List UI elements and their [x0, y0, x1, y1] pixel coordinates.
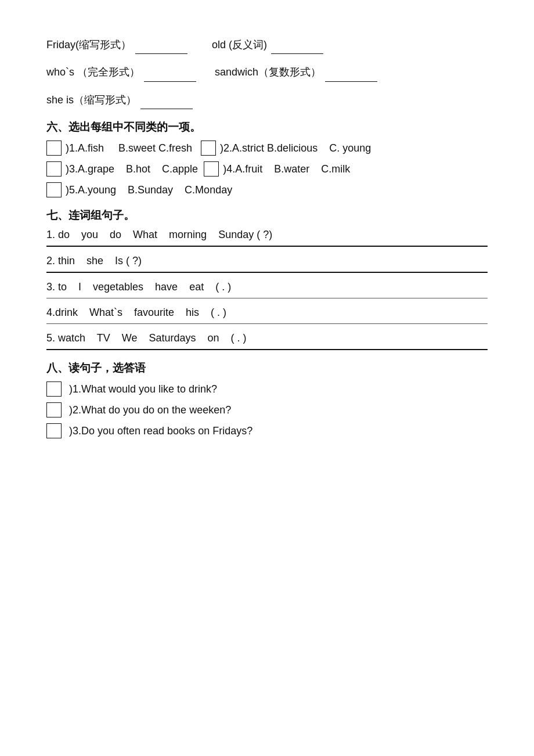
section-word-forms: Friday(缩写形式） old (反义词) who`s （完全形式） sand… [46, 35, 488, 109]
q8-3-box[interactable] [46, 423, 62, 438]
section7-title: 七、连词组句子。 [46, 208, 488, 223]
word-form-row-3: she is（缩写形式） [46, 90, 488, 109]
q7-1-num: 1. do you do What morning Sunday ( ?) [46, 229, 272, 241]
blank-1[interactable] [46, 141, 62, 156]
word-form-row-1: Friday(缩写形式） old (反义词) [46, 35, 488, 54]
choice-5-text: )5.A.young B.Sunday C.Monday [63, 184, 232, 196]
q7-5-text: 5. watch TV We Saturdays on ( . ) [46, 332, 246, 344]
word5-blank[interactable] [140, 90, 193, 109]
choices-row-1: )1.A.fish B.sweet C.fresh )2.A.strict B.… [46, 141, 488, 156]
q7-3-text: 3. to I vegetables have eat ( . ) [46, 281, 231, 293]
q7-3-answer-line[interactable] [46, 298, 488, 298]
q7-2: 2. thin she Is ( ?) [46, 255, 488, 273]
word4-blank[interactable] [325, 62, 377, 81]
q7-4-answer-line[interactable] [46, 323, 488, 324]
word2-blank[interactable] [271, 35, 323, 54]
section8: 八、读句子，选答语 )1.What would you like to drin… [46, 361, 488, 438]
q8-3-text: )3.Do you often read books on Fridays? [66, 425, 252, 437]
q7-5-answer-line[interactable] [46, 349, 488, 350]
q7-4: 4.drink What`s favourite his ( . ) [46, 307, 488, 324]
choice-4-text: )4.A.fruit B.water C.milk [220, 163, 350, 175]
blank-4[interactable] [204, 161, 219, 177]
q8-3: )3.Do you often read books on Fridays? [46, 423, 488, 438]
q7-2-words: 2. thin she Is ( ?) [46, 255, 488, 267]
q8-2: )2.What do you do on the weeken? [46, 402, 488, 417]
section8-title: 八、读句子，选答语 [46, 361, 488, 376]
q7-1-words: 1. do you do What morning Sunday ( ?) [46, 229, 488, 241]
q7-2-text: 2. thin she Is ( ?) [46, 255, 142, 267]
word3-blank[interactable] [144, 62, 196, 81]
word4-label: sandwich（复数形式） [215, 66, 321, 78]
section6-title: 六、选出每组中不同类的一项。 [46, 120, 488, 135]
q7-5: 5. watch TV We Saturdays on ( . ) [46, 332, 488, 350]
blank-2[interactable] [201, 141, 216, 156]
q8-2-text: )2.What do you do on the weeken? [66, 404, 231, 416]
q7-2-answer-line[interactable] [46, 272, 488, 273]
choice-1-text: )1.A.fish B.sweet C.fresh [63, 142, 192, 154]
q7-1-answer-line[interactable] [46, 246, 488, 247]
blank-5[interactable] [46, 182, 62, 197]
word-form-row-2: who`s （完全形式） sandwich（复数形式） [46, 62, 488, 81]
q8-1-text: )1.What would you like to drink? [66, 383, 217, 395]
q7-3: 3. to I vegetables have eat ( . ) [46, 281, 488, 298]
choice-2-text: )2.A.strict B.delicious C. young [217, 142, 371, 154]
word1-blank[interactable] [135, 35, 187, 54]
word5-label: she is（缩写形式） [46, 94, 136, 106]
q8-2-box[interactable] [46, 402, 62, 417]
word2-label: old (反义词) [212, 39, 267, 51]
q7-4-text: 4.drink What`s favourite his ( . ) [46, 307, 226, 319]
q7-1: 1. do you do What morning Sunday ( ?) [46, 229, 488, 247]
q8-1-box[interactable] [46, 381, 62, 397]
section7: 七、连词组句子。 1. do you do What morning Sunda… [46, 208, 488, 350]
q7-5-words: 5. watch TV We Saturdays on ( . ) [46, 332, 488, 344]
choices-row-3: )5.A.young B.Sunday C.Monday [46, 182, 488, 197]
q8-1: )1.What would you like to drink? [46, 381, 488, 397]
word1-label: Friday(缩写形式） [46, 39, 131, 51]
choices-row-2: )3.A.grape B.hot C.apple )4.A.fruit B.wa… [46, 161, 488, 177]
word3-label: who`s （完全形式） [46, 66, 140, 78]
q7-3-words: 3. to I vegetables have eat ( . ) [46, 281, 488, 293]
section6: 六、选出每组中不同类的一项。 )1.A.fish B.sweet C.fresh… [46, 120, 488, 197]
choice-3-text: )3.A.grape B.hot C.apple [63, 163, 198, 175]
blank-3[interactable] [46, 161, 62, 177]
q7-4-words: 4.drink What`s favourite his ( . ) [46, 307, 488, 319]
